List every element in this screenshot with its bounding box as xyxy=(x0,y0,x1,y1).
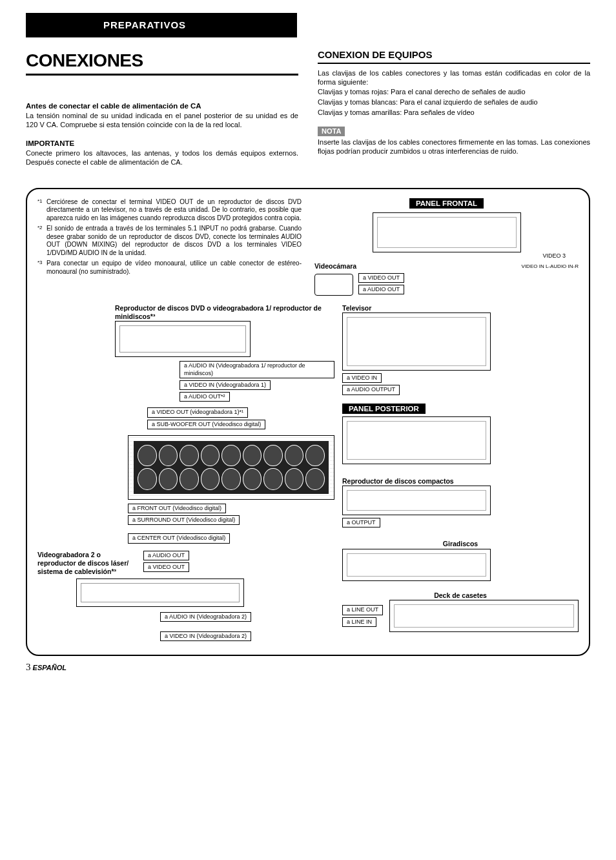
conn-audio-output: a AUDIO OUTPUT xyxy=(342,385,400,394)
diagram-body: Reproductor de discos DVD o videograbado… xyxy=(37,304,579,643)
videoin-audioin-label: VIDEO IN L-AUDIO IN-R xyxy=(522,263,579,270)
front-panel-block: PANEL FRONTAL VIDEO 3 Videocámara VIDEO … xyxy=(314,198,579,296)
video3-label: VIDEO 3 xyxy=(314,252,566,260)
color-code-intro: Las clavijas de los cables conectores y … xyxy=(318,69,590,87)
footnote-1: *1Cerciórese de conectar el terminal VID… xyxy=(37,198,302,223)
dvd-sketch xyxy=(115,321,251,357)
importante-body: Conecte primero los altavoces, las anten… xyxy=(26,149,298,167)
page-number: 3 xyxy=(26,662,31,672)
front-panel-sketch xyxy=(373,212,521,252)
nota-badge: NOTA xyxy=(318,127,345,137)
conn-audio-out2: a AUDIO OUT*² xyxy=(180,392,230,402)
conn-audio-in-vcr1: a AUDIO IN (Videograbadora 1/ reproducto… xyxy=(180,361,334,378)
conn-video-in-vcr2: a VIDEO IN (Videograbadora 2) xyxy=(160,631,251,641)
importante-heading: IMPORTANTE xyxy=(26,139,298,148)
footnote-2: *2El sonido de entrada a través de los t… xyxy=(37,225,302,257)
cd-label: Reproductor de discos compactos xyxy=(342,477,579,486)
rear-panel-sketch xyxy=(342,416,491,464)
tv-sketch xyxy=(342,312,491,371)
conn-line-out: a LINE OUT xyxy=(342,605,383,615)
page-footer: 3 ESPAÑOL xyxy=(26,661,590,673)
conn-output: a OUTPUT xyxy=(342,518,380,527)
footnote-3: *3Para conectar un equipo de vídeo monoa… xyxy=(37,260,302,276)
conn-front-out: a FRONT OUT (Videodisco digital) xyxy=(128,504,226,513)
rear-panel-label: PANEL POSTERIOR xyxy=(342,404,426,414)
cam-video-out: a VIDEO OUT xyxy=(358,273,404,283)
conn-video-out: a VIDEO OUT xyxy=(143,562,189,572)
conn-video-in-vcr1: a VIDEO IN (Videograbadora 1) xyxy=(180,380,271,390)
color-white: Clavijas y tomas blancas: Para el canal … xyxy=(318,98,590,107)
cam-audio-out: a AUDIO OUT xyxy=(358,285,404,294)
diagram-top-row: *1Cerciórese de conectar el terminal VID… xyxy=(37,198,579,296)
turntable-label: Giradiscos xyxy=(342,540,579,548)
section-tab-label: PREPARATIVOS xyxy=(103,19,186,32)
conn-audio-out: a AUDIO OUT xyxy=(143,551,189,560)
conn-video-in: a VIDEO IN xyxy=(342,373,382,383)
dvd-connectors: a AUDIO IN (Videograbadora 1/ reproducto… xyxy=(180,361,334,404)
section-tab: PREPARATIVOS xyxy=(26,13,297,37)
intro-columns: CONEXIONES Antes de conectar el cable de… xyxy=(26,49,590,176)
conn-center-out: a CENTER OUT (Videodisco digital) xyxy=(128,533,230,543)
conn-video-out-vcr1: a VIDEO OUT (videograbadora 1)*¹ xyxy=(147,407,248,417)
front-panel-label: PANEL FRONTAL xyxy=(409,198,484,209)
connection-diagram: *1Cerciórese de conectar el terminal VID… xyxy=(26,188,590,657)
conn-audio-in-vcr2: a AUDIO IN (Videograbadora 2) xyxy=(160,612,251,622)
left-column: CONEXIONES Antes de conectar el cable de… xyxy=(26,49,298,176)
equipos-title: CONEXION DE EQUIPOS xyxy=(318,49,590,64)
diagram-right: Televisor a VIDEO IN a AUDIO OUTPUT PANE… xyxy=(342,304,579,643)
right-column: CONEXION DE EQUIPOS Las clavijas de los … xyxy=(318,49,590,176)
before-ac-body: La tensión nominal de su unidad indicada… xyxy=(26,112,298,130)
vcr2-sketch xyxy=(76,578,244,607)
nota-body: Inserte las clavijas de los cables conec… xyxy=(318,138,590,156)
rear-connector-panel xyxy=(128,435,334,500)
page-language: ESPAÑOL xyxy=(33,664,67,671)
cd-sketch xyxy=(342,486,491,515)
main-title: CONEXIONES xyxy=(26,49,298,76)
color-yellow: Clavijas y tomas amarillas: Para señales… xyxy=(318,108,590,118)
color-red: Clavijas y tomas rojas: Para el canal de… xyxy=(318,88,590,97)
dvd-title: Reproductor de discos DVD o videograbado… xyxy=(115,304,334,321)
tape-sketch xyxy=(389,600,579,632)
before-ac-heading: Antes de conectar el cable de alimentaci… xyxy=(26,101,298,110)
camcorder-label: Videocámara xyxy=(314,262,356,271)
vcr2-title: Videograbadora 2 o reproductor de discos… xyxy=(37,551,134,576)
camcorder-icon xyxy=(314,274,353,296)
conn-line-in: a LINE IN xyxy=(342,617,376,627)
conn-subwoofer: a SUB-WOOFER OUT (Videodisco digital) xyxy=(147,420,265,429)
tv-label: Televisor xyxy=(342,304,579,312)
conn-surround-out: a SURROUND OUT (Videodisco digital) xyxy=(128,515,240,525)
footnotes: *1Cerciórese de conectar el terminal VID… xyxy=(37,198,302,296)
diagram-left: Reproductor de discos DVD o videograbado… xyxy=(37,304,334,643)
turntable-sketch xyxy=(342,549,491,581)
tape-label: Deck de casetes xyxy=(342,591,579,600)
